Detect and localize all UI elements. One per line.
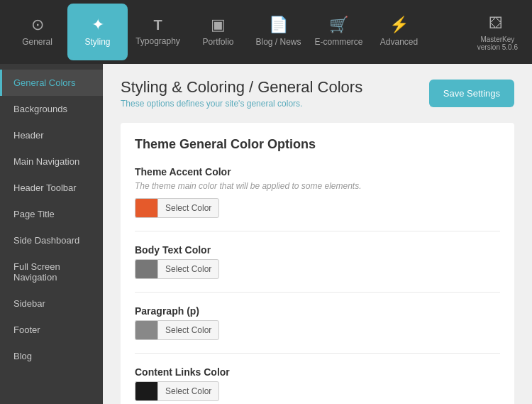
sidebar-item-footer[interactable]: Footer: [0, 317, 103, 343]
content-links-color-label: Content Links Color: [135, 366, 500, 378]
sidebar-item-header[interactable]: Header: [0, 122, 103, 148]
nav-label-styling: Styling: [84, 37, 110, 47]
accent-color-label: Theme Accent Color: [135, 166, 500, 178]
sidebar: General Colors Backgrounds Header Main N…: [0, 64, 103, 404]
sidebar-item-header-toolbar[interactable]: Header Toolbar: [0, 175, 103, 201]
content-links-color-picker-row: Select Color: [135, 381, 500, 401]
sidebar-item-blog[interactable]: Blog: [0, 343, 103, 369]
sidebar-item-general-colors[interactable]: General Colors: [0, 70, 103, 96]
body-text-color-picker-row: Select Color: [135, 259, 500, 279]
paragraph-color-picker-row: Select Color: [135, 320, 500, 340]
body-text-color-swatch[interactable]: [135, 259, 157, 279]
color-option-body-text: Body Text Color Select Color: [135, 244, 500, 293]
sidebar-item-page-title[interactable]: Page Title: [0, 201, 103, 227]
body-text-color-select-button[interactable]: Select Color: [157, 259, 219, 279]
nav-item-ecommerce[interactable]: 🛒 E-commerce: [309, 4, 369, 60]
nav-label-typography: Typography: [135, 36, 180, 46]
top-navigation: ⊙ General ✦ Styling T Typography ▣ Portf…: [0, 0, 532, 64]
content-links-color-select-button[interactable]: Select Color: [157, 381, 219, 401]
paragraph-color-label: Paragraph (p): [135, 305, 500, 317]
sidebar-item-main-navigation[interactable]: Main Navigation: [0, 148, 103, 175]
nav-item-blog-news[interactable]: 📄 Blog / News: [248, 4, 309, 60]
nav-label-portfolio: Portfolio: [202, 37, 233, 47]
ecommerce-icon: 🛒: [329, 17, 348, 33]
sidebar-item-sidebar[interactable]: Sidebar: [0, 290, 103, 317]
paragraph-color-swatch[interactable]: [135, 320, 157, 340]
sidebar-item-backgrounds[interactable]: Backgrounds: [0, 96, 103, 122]
nav-logo: ⛋ MasterKey version 5.0.6: [477, 13, 525, 51]
accent-color-picker-row: Select Color: [135, 198, 500, 218]
nav-item-typography[interactable]: T Typography: [128, 4, 188, 60]
nav-item-general[interactable]: ⊙ General: [7, 4, 67, 60]
content-header: Styling & Coloring / General Colors Thes…: [121, 78, 514, 109]
main-content: Styling & Coloring / General Colors Thes…: [103, 64, 532, 404]
color-option-content-links: Content Links Color Select Color: [135, 366, 500, 401]
accent-color-swatch[interactable]: [135, 198, 157, 218]
page-title: Styling & Coloring / General Colors: [121, 78, 362, 97]
typography-icon: T: [153, 18, 162, 32]
nav-label-general: General: [22, 37, 52, 47]
nav-item-portfolio[interactable]: ▣ Portfolio: [188, 4, 248, 60]
advanced-icon: ⚡: [389, 17, 409, 33]
general-icon: ⊙: [31, 17, 44, 33]
nav-label-advanced: Advanced: [380, 37, 418, 47]
content-title-block: Styling & Coloring / General Colors Thes…: [121, 78, 362, 109]
logo-icon: ⛋: [489, 13, 506, 33]
accent-color-desc: The theme main color that will be applie…: [135, 181, 500, 191]
nav-label-ecommerce: E-commerce: [314, 37, 362, 47]
logo-version: version 5.0.6: [477, 43, 518, 51]
color-option-paragraph: Paragraph (p) Select Color: [135, 305, 500, 354]
accent-color-select-button[interactable]: Select Color: [157, 198, 219, 218]
color-section: Theme General Color Options Theme Accent…: [121, 123, 514, 404]
logo-name: MasterKey: [480, 36, 514, 43]
page-subtitle: These options defines your site's genera…: [121, 99, 362, 109]
sidebar-item-full-screen-navigation[interactable]: Full Screen Navigation: [0, 253, 103, 290]
nav-item-styling[interactable]: ✦ Styling: [67, 4, 128, 60]
color-option-accent: Theme Accent Color The theme main color …: [135, 166, 500, 231]
section-heading: Theme General Color Options: [135, 137, 500, 152]
layout: General Colors Backgrounds Header Main N…: [0, 64, 532, 404]
sidebar-item-side-dashboard[interactable]: Side Dashboard: [0, 227, 103, 253]
body-text-color-label: Body Text Color: [135, 244, 500, 256]
save-settings-button[interactable]: Save Settings: [429, 80, 514, 107]
portfolio-icon: ▣: [211, 17, 226, 33]
nav-item-advanced[interactable]: ⚡ Advanced: [369, 4, 429, 60]
styling-icon: ✦: [92, 17, 104, 33]
blog-icon: 📄: [269, 17, 288, 33]
paragraph-color-select-button[interactable]: Select Color: [157, 320, 219, 340]
content-links-color-swatch[interactable]: [135, 381, 157, 401]
nav-label-blog-news: Blog / News: [255, 37, 301, 47]
